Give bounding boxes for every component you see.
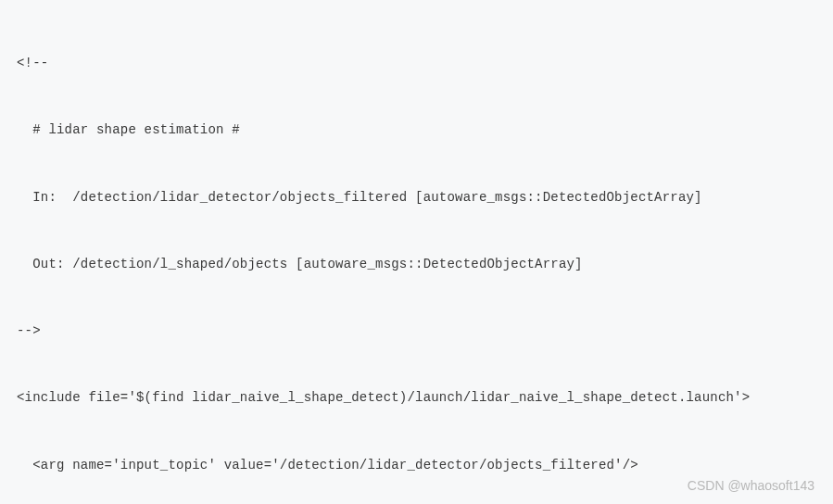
code-line: <include file='$(find lidar_naive_l_shap…	[17, 386, 816, 409]
code-line: In: /detection/lidar_detector/objects_fi…	[17, 186, 816, 208]
code-line: # lidar shape estimation #	[17, 119, 816, 141]
code-line: Out: /detection/l_shaped/objects [autowa…	[17, 253, 816, 275]
watermark-text: CSDN @whaosoft143	[688, 474, 814, 497]
code-block: <!-- # lidar shape estimation # In: /det…	[17, 7, 816, 504]
code-line: <!--	[17, 52, 816, 74]
code-line: <arg name='input_topic' value='/detectio…	[17, 454, 816, 476]
code-line: -->	[17, 320, 816, 342]
